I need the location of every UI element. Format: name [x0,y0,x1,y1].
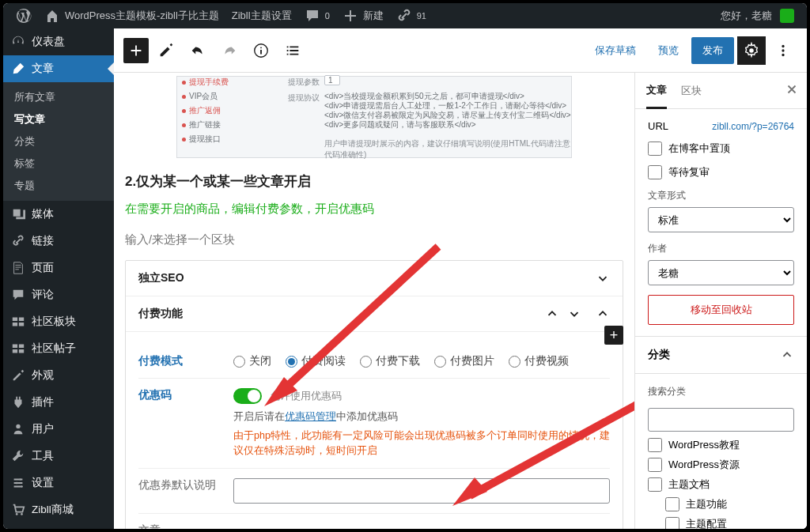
theme-settings-link[interactable]: Zibll主题设置 [225,3,298,28]
svg-point-0 [16,424,20,428]
block-placeholder[interactable]: 输入/来选择一个区块 [125,232,626,247]
site-home-link[interactable]: WordPress主题模板-zibll子比主题 [38,3,225,28]
undo-button[interactable] [184,36,212,65]
svg-point-10 [749,48,754,53]
chevron-down-icon [567,307,581,321]
chevron-up-icon [596,307,610,321]
submenu-new-post[interactable]: 写文章 [3,108,114,130]
pay-panel-header[interactable]: 付费功能 [126,296,623,332]
comments-link[interactable]: 0 [298,3,336,28]
seo-panel-header[interactable]: 独立SEO [126,261,623,296]
menu-pages[interactable]: 页面 [3,255,114,281]
save-draft-button[interactable]: 保存草稿 [585,37,645,64]
svg-point-4 [16,513,18,515]
menu-zibll-mall[interactable]: Zibll商城 [3,496,114,523]
menu-zibll-settings[interactable]: Zibll主题设置 [3,523,114,529]
svg-point-11 [782,44,784,47]
pay-mode-off[interactable]: 关闭 [233,354,271,368]
menu-forum-sections[interactable]: 社区板块 [3,308,114,335]
chevron-down-icon [596,271,610,285]
submenu-categories[interactable]: 分类 [3,130,114,153]
pay-mode-read[interactable]: 付费阅读 [286,354,346,368]
coupon-desc-label: 优惠券默认说明 [138,478,233,492]
format-label: 文章形式 [648,189,794,202]
sticky-checkbox[interactable]: 在博客中置顶 [648,141,794,156]
article-label: 文章 [138,523,233,530]
add-block-button[interactable] [123,38,149,63]
submenu-tags[interactable]: 标签 [3,153,114,175]
preview-button[interactable]: 预览 [649,37,688,64]
cat-wp-resource[interactable]: WordPress资源 [648,458,794,472]
links-count[interactable]: 91 [390,3,433,28]
pay-mode-label: 付费模式 [138,354,233,368]
insert-block-button[interactable]: + [604,326,623,345]
highlighted-paragraph[interactable]: 在需要开启的商品，编辑付费参数，开启优惠码 [125,202,626,217]
pay-mode-video[interactable]: 付费视频 [509,354,569,368]
search-categories-input[interactable] [648,408,794,432]
cat-theme-feature[interactable]: 主题功能 [665,497,794,511]
menu-appearance[interactable]: 外观 [3,362,114,389]
edit-mode-button[interactable] [152,36,180,65]
search-categories-label: 搜索分类 [648,385,794,398]
menu-comments[interactable]: 评论 [3,281,114,308]
redo-button[interactable] [215,36,244,65]
svg-point-2 [16,482,18,485]
cat-theme-config[interactable]: 主题配置 [665,517,794,529]
publish-button[interactable]: 发布 [691,37,734,64]
menu-users[interactable]: 用户 [3,416,114,443]
format-select[interactable]: 标准 [648,207,794,232]
chevron-up-icon [780,348,794,362]
svg-point-13 [782,53,784,55]
author-select[interactable]: 老糖 [648,260,794,285]
settings-toggle-button[interactable] [737,36,766,65]
coupon-manage-link[interactable]: 优惠码管理 [285,411,336,422]
permalink-value[interactable]: zibll.com/?p=26764 [712,121,794,132]
menu-media[interactable]: 媒体 [3,201,114,228]
menu-plugins[interactable]: 插件 [3,389,114,416]
more-menu-button[interactable] [769,36,797,65]
heading-2[interactable]: 2.仅为某一个或某一些文章开启 [125,172,626,191]
pay-mode-download[interactable]: 付费下载 [360,354,420,368]
avatar [780,9,794,23]
coupon-desc-input[interactable] [233,478,610,504]
new-content-link[interactable]: 新建 [336,3,390,28]
user-greeting[interactable]: 您好，老糖 [714,3,801,28]
info-button[interactable] [247,36,275,65]
svg-point-3 [21,485,23,488]
coupon-toggle[interactable] [233,388,262,404]
menu-dashboard[interactable]: 仪表盘 [3,28,114,55]
submenu-topics[interactable]: 专题 [3,175,114,197]
trash-button[interactable]: 移动至回收站 [648,295,794,325]
outline-button[interactable] [278,36,307,65]
cat-wp-tutorial[interactable]: WordPress教程 [648,438,794,452]
menu-posts[interactable]: 文章 [3,55,114,82]
menu-forum-posts[interactable]: 社区帖子 [3,335,114,362]
embedded-screenshot: 提现手续费 VIP会员 推广返佣 推广链接 提现接口 提现参数 1 提现协议 <… [176,76,572,158]
sidebar-tab-block[interactable]: 区块 [681,74,702,108]
coupon-note: 开启后请在优惠码管理中添加优惠码 [233,410,610,424]
url-label: URL [648,120,668,132]
pay-mode-image[interactable]: 付费图片 [434,354,494,368]
submenu-all-posts[interactable]: 所有文章 [3,86,114,108]
menu-settings[interactable]: 设置 [3,470,114,496]
categories-panel-header[interactable]: 分类 [635,337,807,374]
svg-point-12 [782,49,784,51]
menu-tools[interactable]: 工具 [3,443,114,470]
sidebar-close-button[interactable] [785,82,799,100]
coupon-allow-label: 允许使用优惠码 [270,389,342,403]
wp-logo[interactable] [9,3,38,28]
coupon-warning: 由于php特性，此功能有一定风险可能会出现优惠码被多个订单同时使用的情况，建议仅… [233,428,610,458]
coupon-label: 优惠码 [138,388,233,402]
author-label: 作者 [648,242,794,255]
menu-links[interactable]: 链接 [3,228,114,255]
svg-point-5 [21,513,23,515]
sidebar-tab-post[interactable]: 文章 [646,74,667,109]
chevron-up-icon [545,307,559,321]
cat-theme-docs[interactable]: 主题文档 [648,477,794,492]
svg-point-9 [260,47,262,48]
svg-point-1 [19,478,21,481]
pending-checkbox[interactable]: 等待复审 [648,165,794,179]
